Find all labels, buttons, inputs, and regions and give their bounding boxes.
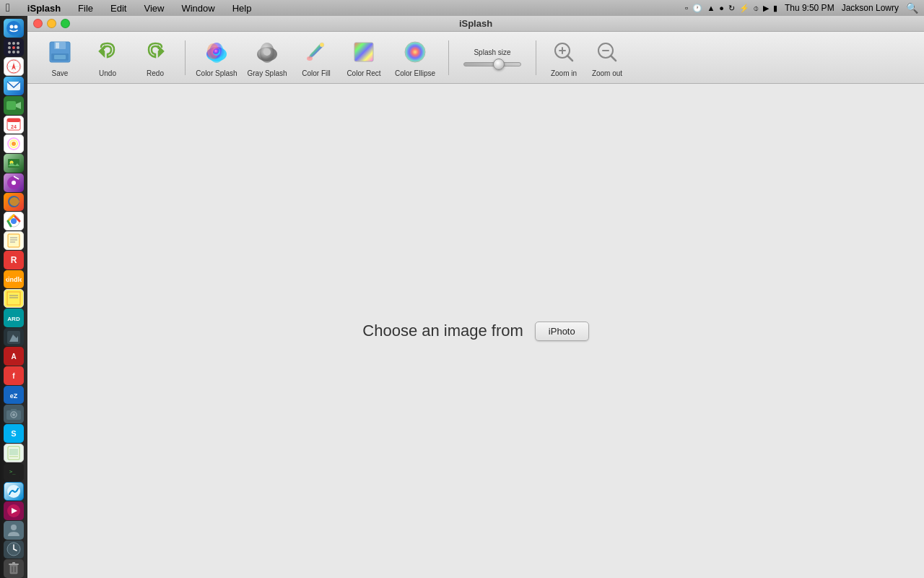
- svg-text:24: 24: [11, 124, 17, 129]
- save-button[interactable]: Save: [39, 38, 81, 77]
- zoom-out-button[interactable]: Zoom out: [588, 38, 626, 77]
- window-menu[interactable]: Window: [178, 2, 217, 14]
- sidebar-icon-reeder[interactable]: R: [4, 251, 24, 269]
- timemachine-icon: ↻: [728, 4, 735, 13]
- svg-rect-81: [54, 55, 66, 59]
- menubar:  iSplash File Edit View Window Help ▫ 🕐…: [0, 0, 924, 16]
- sidebar-icon-calendar[interactable]: 24: [4, 116, 24, 134]
- help-menu[interactable]: Help: [230, 2, 255, 14]
- svg-text:S: S: [11, 429, 16, 438]
- sidebar-icon-sticky[interactable]: [4, 289, 24, 308]
- save-icon: [45, 38, 74, 66]
- sidebar-icon-ez[interactable]: eZ: [4, 386, 24, 405]
- svg-point-87: [213, 48, 220, 56]
- sidebar-icon-itunes[interactable]: [4, 173, 24, 192]
- svg-rect-26: [8, 159, 19, 168]
- sidebar-icon-terminal[interactable]: >_: [4, 463, 24, 482]
- svg-text:ARD: ARD: [7, 316, 20, 322]
- redo-button[interactable]: Redo: [134, 38, 176, 77]
- sidebar-icon-firefox[interactable]: [4, 193, 24, 212]
- sidebar-icon-itunes2[interactable]: [4, 501, 24, 520]
- sidebar-icon-camera[interactable]: [4, 405, 24, 423]
- color-rect-button[interactable]: Color Rect: [343, 38, 385, 77]
- color-ellipse-label: Color Ellipse: [395, 69, 435, 77]
- clock-icon: 🕐: [692, 4, 702, 13]
- svg-rect-57: [11, 409, 17, 411]
- edit-menu[interactable]: Edit: [108, 2, 129, 14]
- canvas-area: Choose an image from iPhoto: [27, 84, 924, 578]
- svg-text:eZ: eZ: [10, 392, 18, 400]
- menubar-right: ▫ 🕐 ▲ ● ↻ ⚡ ⌽ ▶ ▮ Thu 9:50 PM Jackson Lo…: [685, 2, 918, 14]
- menubar-status-icons: ▫ 🕐 ▲ ● ↻ ⚡ ⌽ ▶ ▮: [685, 3, 777, 13]
- sidebar-icon-mail[interactable]: [4, 77, 24, 95]
- sidebar-icon-kindle[interactable]: kindle: [4, 270, 24, 289]
- color-splash-label: Color Splash: [196, 69, 237, 77]
- apple-menu[interactable]: : [6, 1, 10, 14]
- maximize-button[interactable]: [61, 19, 70, 28]
- svg-line-101: [611, 56, 616, 61]
- svg-rect-61: [9, 449, 18, 455]
- iphoto-button[interactable]: iPhoto: [535, 322, 589, 341]
- sidebar-icon-isplash[interactable]: [4, 482, 24, 501]
- sidebar-icon-notes[interactable]: [4, 231, 24, 250]
- sidebar-icon-launchpad[interactable]: [4, 38, 24, 57]
- sidebar-icon-finder[interactable]: [4, 19, 24, 38]
- sidebar-icon-arduino[interactable]: ARD: [4, 309, 24, 327]
- sidebar-icon-trash[interactable]: [4, 559, 24, 578]
- color-ellipse-button[interactable]: Color Ellipse: [391, 38, 440, 77]
- svg-rect-34: [8, 234, 19, 247]
- splash-size-slider-wrapper: [463, 62, 521, 66]
- svg-rect-93: [354, 43, 373, 61]
- volume-icon: ▶: [763, 4, 769, 13]
- window-controls: [33, 19, 70, 28]
- app-menu[interactable]: iSplash: [25, 2, 64, 14]
- sidebar-icon-safari[interactable]: [4, 57, 24, 76]
- color-fill-label: Color Fill: [302, 69, 330, 77]
- undo-button[interactable]: Undo: [87, 38, 128, 77]
- zoom-in-button[interactable]: Zoom in: [545, 38, 583, 77]
- color-fill-button[interactable]: Color Fill: [295, 38, 337, 77]
- sidebar-icon-preview[interactable]: [4, 444, 24, 462]
- svg-point-11: [17, 51, 19, 53]
- zoom-in-label: Zoom in: [551, 69, 577, 77]
- file-menu[interactable]: File: [75, 2, 96, 14]
- svg-point-7: [12, 46, 15, 49]
- gray-splash-label: Gray Splash: [247, 69, 287, 77]
- sidebar-icon-iphoto[interactable]: [4, 154, 24, 173]
- wifi-icon: ⌽: [754, 4, 759, 12]
- splash-size-slider-track: [463, 62, 521, 66]
- sidebar-icon-flipboard[interactable]: f: [4, 366, 24, 385]
- sidebar-icon-acrobat[interactable]: A: [4, 347, 24, 366]
- save-label: Save: [52, 69, 69, 77]
- app-window: 24 R kindle: [0, 16, 924, 578]
- datetime: Thu 9:50 PM: [785, 3, 834, 13]
- minimize-button[interactable]: [47, 19, 56, 28]
- svg-point-6: [8, 46, 11, 49]
- titlebar: iSplash: [27, 16, 924, 32]
- svg-point-1: [10, 25, 14, 28]
- toolbar-sep-1: [185, 40, 186, 75]
- sidebar-icon-chrome[interactable]: [4, 212, 24, 230]
- squarespace-icon: ▫: [685, 3, 688, 13]
- svg-rect-18: [6, 101, 16, 110]
- sidebar-icon-skype[interactable]: S: [4, 424, 24, 443]
- toolbar-sep-3: [536, 40, 536, 75]
- sidebar-icon-photos[interactable]: [4, 134, 24, 153]
- color-splash-button[interactable]: Color Splash: [194, 38, 239, 77]
- svg-rect-21: [7, 118, 20, 122]
- svg-point-8: [17, 46, 19, 49]
- svg-rect-72: [10, 564, 17, 574]
- svg-point-56: [12, 413, 15, 416]
- close-button[interactable]: [33, 19, 43, 28]
- sidebar-icon-clock[interactable]: [4, 540, 24, 559]
- sidebar-icon-user[interactable]: [4, 521, 24, 540]
- sidebar-icon-facetime[interactable]: [4, 96, 24, 115]
- splash-size-slider-thumb[interactable]: [493, 59, 505, 70]
- gray-splash-button[interactable]: Gray Splash: [245, 38, 289, 77]
- svg-point-4: [12, 42, 15, 45]
- sidebar-icon-sketchbook[interactable]: [4, 328, 24, 347]
- color-ellipse-icon: [401, 38, 430, 66]
- main-content: iSplash Save: [27, 16, 924, 578]
- view-menu[interactable]: View: [141, 2, 167, 14]
- search-icon[interactable]: 🔍: [906, 2, 918, 14]
